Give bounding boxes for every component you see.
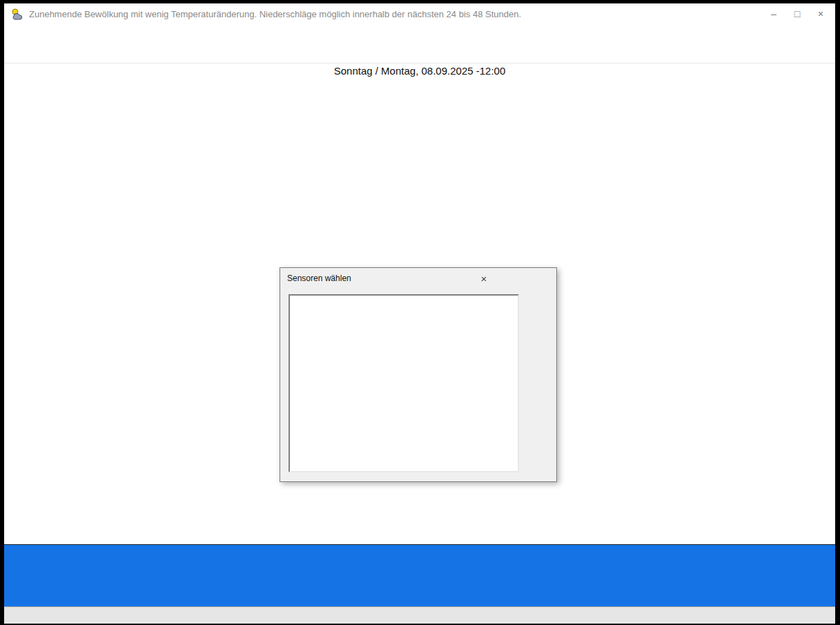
- window-title: Zunehmende Bewölkung mit wenig Temperatu…: [29, 9, 762, 19]
- close-button[interactable]: ×: [809, 6, 832, 22]
- sensor-list: [289, 294, 519, 472]
- sensor-dialog: Sensoren wählen ×: [280, 267, 557, 482]
- menu-bar: [4, 24, 835, 39]
- dialog-title: Sensoren wählen: [287, 273, 418, 283]
- minimize-button[interactable]: –: [762, 6, 785, 22]
- dialog-close-icon[interactable]: ×: [418, 273, 549, 285]
- toolbar: [4, 39, 835, 64]
- maximize-button[interactable]: □: [785, 6, 809, 22]
- chart-area: Sonntag / Montag, 08.09.2025 -12:00 Sens…: [4, 64, 835, 544]
- chart-title: Sonntag / Montag, 08.09.2025 -12:00: [4, 65, 835, 77]
- app-window: Zunehmende Bewölkung mit wenig Temperatu…: [4, 3, 835, 619]
- title-bar: Zunehmende Bewölkung mit wenig Temperatu…: [4, 3, 835, 24]
- stats-table: [4, 544, 835, 606]
- dialog-title-bar[interactable]: Sensoren wählen ×: [280, 268, 556, 289]
- app-icon: [11, 8, 23, 20]
- status-bar: [4, 606, 835, 624]
